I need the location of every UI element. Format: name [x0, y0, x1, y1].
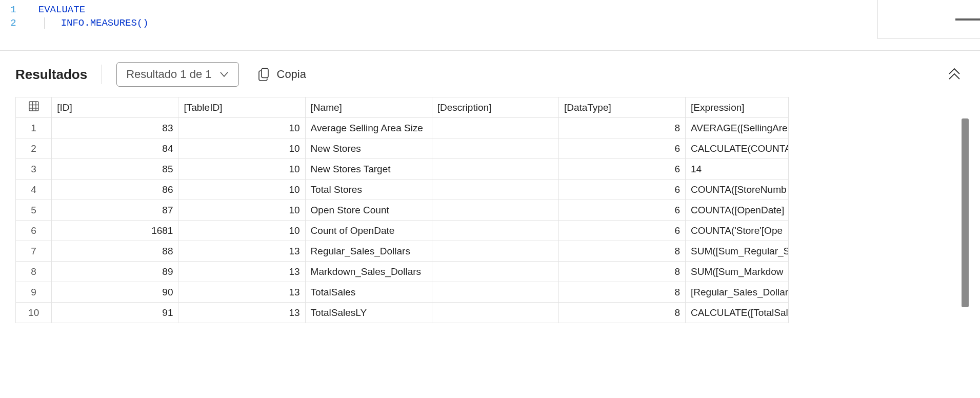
cell-expression[interactable]: COUNTA([OpenDate]	[686, 200, 789, 221]
cell-tableid[interactable]: 13	[178, 241, 305, 262]
cell-name[interactable]: Count of OpenDate	[305, 221, 432, 241]
row-number-cell[interactable]: 5	[16, 200, 52, 221]
cell-tableid[interactable]: 13	[178, 262, 305, 282]
cell-description[interactable]	[432, 118, 558, 138]
copy-button[interactable]: Copia	[253, 65, 311, 84]
cell-tableid[interactable]: 13	[178, 303, 305, 323]
table-row[interactable]: 109113TotalSalesLY8CALCULATE([TotalSal	[16, 303, 789, 323]
cell-description[interactable]	[432, 282, 558, 303]
cell-expression[interactable]: COUNTA('Store'[Ope	[686, 221, 789, 241]
results-title: Resultados	[15, 67, 87, 83]
cell-name[interactable]: New Stores Target	[305, 159, 432, 180]
cell-expression[interactable]: SUM([Sum_Markdow	[686, 262, 789, 282]
row-number-cell[interactable]: 9	[16, 282, 52, 303]
col-header-tableid[interactable]: [TableID]	[178, 97, 305, 118]
cell-id[interactable]: 84	[52, 138, 178, 159]
results-grid[interactable]: [ID] [TableID] [Name] [Description] [Dat…	[15, 97, 789, 323]
cell-datatype[interactable]: 8	[558, 241, 685, 262]
cell-expression[interactable]: CALCULATE([TotalSal	[686, 303, 789, 323]
table-row[interactable]: 18310Average Selling Area Size8AVERAGE([…	[16, 118, 789, 138]
row-number-cell[interactable]: 1	[16, 118, 52, 138]
cell-name[interactable]: Regular_Sales_Dollars	[305, 241, 432, 262]
dax-editor[interactable]: 1 EVALUATE 2 INFO.MEASURES()	[0, 0, 980, 51]
cell-id[interactable]: 89	[52, 262, 178, 282]
cell-expression[interactable]: [Regular_Sales_Dollar	[686, 282, 789, 303]
cell-id[interactable]: 88	[52, 241, 178, 262]
collapse-results-button[interactable]	[944, 64, 965, 86]
cell-expression[interactable]: SUM([Sum_Regular_S	[686, 241, 789, 262]
cell-name[interactable]: New Stores	[305, 138, 432, 159]
row-number-cell[interactable]: 7	[16, 241, 52, 262]
cell-description[interactable]	[432, 241, 558, 262]
col-header-datatype[interactable]: [DataType]	[558, 97, 685, 118]
cell-description[interactable]	[432, 221, 558, 241]
cell-id[interactable]: 1681	[52, 221, 178, 241]
cell-tableid[interactable]: 10	[178, 118, 305, 138]
vertical-scrollbar-thumb[interactable]	[962, 118, 969, 307]
editor-line-1[interactable]: 1 EVALUATE	[0, 3, 980, 16]
cell-tableid[interactable]: 10	[178, 221, 305, 241]
cell-id[interactable]: 90	[52, 282, 178, 303]
cell-tableid[interactable]: 10	[178, 200, 305, 221]
cell-description[interactable]	[432, 180, 558, 200]
col-header-description[interactable]: [Description]	[432, 97, 558, 118]
cell-id[interactable]: 86	[52, 180, 178, 200]
cell-id[interactable]: 85	[52, 159, 178, 180]
cell-expression[interactable]: 14	[686, 159, 789, 180]
cell-datatype[interactable]: 8	[558, 303, 685, 323]
row-number-cell[interactable]: 2	[16, 138, 52, 159]
cell-name[interactable]: TotalSalesLY	[305, 303, 432, 323]
cell-datatype[interactable]: 6	[558, 200, 685, 221]
copy-button-label: Copia	[277, 68, 306, 81]
cell-name[interactable]: Open Store Count	[305, 200, 432, 221]
table-row[interactable]: 58710Open Store Count6COUNTA([OpenDate]	[16, 200, 789, 221]
row-number-cell[interactable]: 8	[16, 262, 52, 282]
cell-name[interactable]: Total Stores	[305, 180, 432, 200]
row-number-cell[interactable]: 4	[16, 180, 52, 200]
cell-expression[interactable]: AVERAGE([SellingAre	[686, 118, 789, 138]
cell-tableid[interactable]: 10	[178, 159, 305, 180]
cell-description[interactable]	[432, 138, 558, 159]
table-row[interactable]: 88913Markdown_Sales_Dollars8SUM([Sum_Mar…	[16, 262, 789, 282]
row-number-cell[interactable]: 10	[16, 303, 52, 323]
cell-datatype[interactable]: 6	[558, 180, 685, 200]
cell-datatype[interactable]: 8	[558, 282, 685, 303]
cell-datatype[interactable]: 6	[558, 159, 685, 180]
table-row[interactable]: 28410New Stores6CALCULATE(COUNTA	[16, 138, 789, 159]
table-row[interactable]: 99013TotalSales8[Regular_Sales_Dollar	[16, 282, 789, 303]
cell-tableid[interactable]: 10	[178, 180, 305, 200]
cell-description[interactable]	[432, 303, 558, 323]
cell-tableid[interactable]: 10	[178, 138, 305, 159]
cell-name[interactable]: Markdown_Sales_Dollars	[305, 262, 432, 282]
cell-description[interactable]	[432, 159, 558, 180]
cell-id[interactable]: 91	[52, 303, 178, 323]
table-row[interactable]: 38510New Stores Target614	[16, 159, 789, 180]
cell-tableid[interactable]: 13	[178, 282, 305, 303]
result-selector-label: Resultado 1 de 1	[126, 68, 211, 81]
cell-datatype[interactable]: 8	[558, 262, 685, 282]
copy-icon	[258, 68, 271, 81]
cell-name[interactable]: TotalSales	[305, 282, 432, 303]
col-header-name[interactable]: [Name]	[305, 97, 432, 118]
editor-right-handle[interactable]	[955, 18, 980, 21]
table-row[interactable]: 6168110Count of OpenDate6COUNTA('Store'[…	[16, 221, 789, 241]
cell-datatype[interactable]: 6	[558, 221, 685, 241]
col-header-expression[interactable]: [Expression]	[686, 97, 789, 118]
cell-expression[interactable]: COUNTA([StoreNumb	[686, 180, 789, 200]
row-number-cell[interactable]: 3	[16, 159, 52, 180]
row-number-cell[interactable]: 6	[16, 221, 52, 241]
cell-id[interactable]: 83	[52, 118, 178, 138]
cell-description[interactable]	[432, 200, 558, 221]
table-row[interactable]: 48610Total Stores6COUNTA([StoreNumb	[16, 180, 789, 200]
cell-datatype[interactable]: 6	[558, 138, 685, 159]
cell-description[interactable]	[432, 262, 558, 282]
grid-corner-cell[interactable]	[16, 97, 52, 118]
result-selector-dropdown[interactable]: Resultado 1 de 1	[116, 62, 238, 87]
cell-expression[interactable]: CALCULATE(COUNTA	[686, 138, 789, 159]
cell-id[interactable]: 87	[52, 200, 178, 221]
col-header-id[interactable]: [ID]	[52, 97, 178, 118]
editor-line-2[interactable]: 2 INFO.MEASURES()	[0, 16, 980, 30]
cell-datatype[interactable]: 8	[558, 118, 685, 138]
table-row[interactable]: 78813Regular_Sales_Dollars8SUM([Sum_Regu…	[16, 241, 789, 262]
cell-name[interactable]: Average Selling Area Size	[305, 118, 432, 138]
